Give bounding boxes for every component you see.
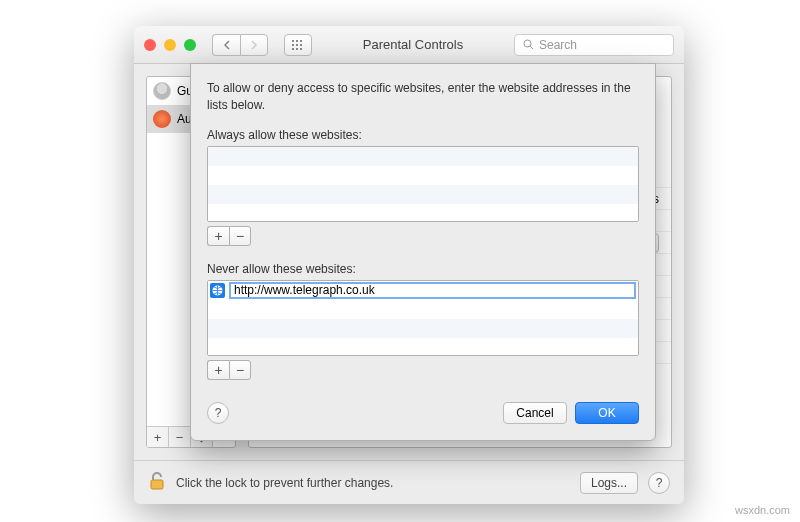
cancel-button[interactable]: Cancel bbox=[503, 402, 567, 424]
sheet-help-button[interactable]: ? bbox=[207, 402, 229, 424]
allow-remove-button[interactable]: − bbox=[229, 226, 251, 246]
svg-rect-3 bbox=[292, 44, 294, 46]
titlebar: Parental Controls Search bbox=[134, 26, 684, 64]
list-row[interactable] bbox=[208, 281, 638, 300]
website-access-sheet: To allow or deny access to specific webs… bbox=[190, 63, 656, 441]
list-row bbox=[208, 319, 638, 338]
minimize-icon[interactable] bbox=[164, 39, 176, 51]
forward-button[interactable] bbox=[240, 34, 268, 56]
show-all-button[interactable] bbox=[284, 34, 312, 56]
avatar-icon bbox=[153, 82, 171, 100]
svg-point-9 bbox=[524, 40, 531, 47]
allow-label: Always allow these websites: bbox=[207, 128, 639, 142]
zoom-icon[interactable] bbox=[184, 39, 196, 51]
deny-url-input[interactable] bbox=[229, 282, 636, 299]
list-row bbox=[208, 204, 638, 222]
svg-rect-5 bbox=[300, 44, 302, 46]
search-placeholder: Search bbox=[539, 38, 577, 52]
globe-icon bbox=[210, 283, 225, 298]
deny-add-remove: + − bbox=[207, 360, 639, 380]
back-button[interactable] bbox=[212, 34, 240, 56]
list-row bbox=[208, 338, 638, 356]
lock-text: Click the lock to prevent further change… bbox=[176, 476, 570, 490]
deny-remove-button[interactable]: − bbox=[229, 360, 251, 380]
deny-label: Never allow these websites: bbox=[207, 262, 639, 276]
add-user-button[interactable]: + bbox=[147, 427, 169, 447]
svg-rect-8 bbox=[300, 48, 302, 50]
allow-add-button[interactable]: + bbox=[207, 226, 229, 246]
logs-button[interactable]: Logs... bbox=[580, 472, 638, 494]
lock-icon[interactable] bbox=[148, 471, 166, 494]
svg-rect-2 bbox=[300, 40, 302, 42]
deny-add-button[interactable]: + bbox=[207, 360, 229, 380]
traffic-lights bbox=[144, 39, 196, 51]
list-row bbox=[208, 185, 638, 204]
remove-user-button[interactable]: − bbox=[169, 427, 191, 447]
list-row bbox=[208, 166, 638, 185]
allow-listbox[interactable] bbox=[207, 146, 639, 222]
window-title: Parental Controls bbox=[322, 37, 504, 52]
allow-add-remove: + − bbox=[207, 226, 639, 246]
svg-line-10 bbox=[530, 46, 533, 49]
svg-rect-4 bbox=[296, 44, 298, 46]
svg-rect-6 bbox=[292, 48, 294, 50]
nav-buttons bbox=[212, 34, 268, 56]
sheet-footer: ? Cancel OK bbox=[207, 402, 639, 424]
search-input[interactable]: Search bbox=[514, 34, 674, 56]
help-button[interactable]: ? bbox=[648, 472, 670, 494]
svg-rect-7 bbox=[296, 48, 298, 50]
close-icon[interactable] bbox=[144, 39, 156, 51]
bottom-bar: Click the lock to prevent further change… bbox=[134, 460, 684, 504]
watermark: wsxdn.com bbox=[735, 504, 790, 516]
sheet-description: To allow or deny access to specific webs… bbox=[207, 80, 639, 114]
svg-rect-11 bbox=[151, 480, 163, 489]
deny-listbox[interactable] bbox=[207, 280, 639, 356]
ok-button[interactable]: OK bbox=[575, 402, 639, 424]
search-icon bbox=[523, 39, 534, 50]
svg-rect-0 bbox=[292, 40, 294, 42]
list-row bbox=[208, 300, 638, 319]
svg-rect-1 bbox=[296, 40, 298, 42]
avatar-icon bbox=[153, 110, 171, 128]
list-row bbox=[208, 147, 638, 166]
